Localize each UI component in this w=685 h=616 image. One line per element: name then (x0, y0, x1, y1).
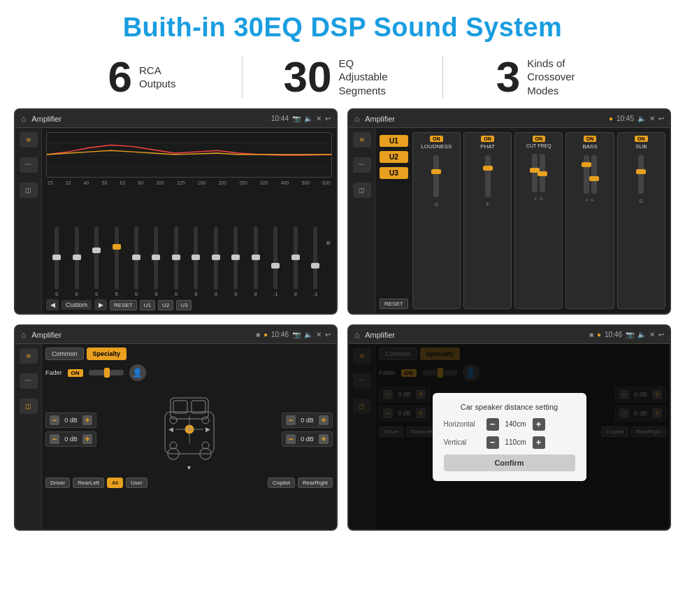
sub-slider1[interactable] (638, 155, 644, 194)
eq-slider-14[interactable]: -1 (306, 227, 324, 296)
fader-back[interactable]: ↩ (325, 331, 331, 338)
fader-tab-specialty[interactable]: Specialty (87, 348, 127, 360)
crossover-wave-icon[interactable]: 〰 (353, 157, 371, 173)
crossover-reset-btn[interactable]: RESET (380, 299, 408, 309)
eq-slider-9[interactable]: 0 (207, 227, 225, 296)
speaker-icon[interactable]: ◫ (20, 182, 38, 198)
db-minus-1[interactable]: − (50, 415, 59, 425)
fader-slider-h[interactable] (89, 370, 124, 375)
db-plus-3[interactable]: + (319, 415, 329, 425)
cutfreq-on: ON (533, 136, 546, 142)
crossover-back[interactable]: ↩ (658, 115, 664, 122)
crossover-modules: ON LOUDNESS G ON PHAT F (412, 132, 665, 309)
u2-button[interactable]: U2 (380, 151, 408, 163)
phat-slider1[interactable] (485, 155, 491, 197)
fader-all-btn[interactable]: All (107, 478, 123, 488)
fader-close[interactable]: ✕ (316, 331, 322, 338)
fader-right-db: − 0 dB + − 0 dB + (282, 384, 333, 475)
eq-icon[interactable]: ≋ (20, 132, 38, 148)
home-icon[interactable]: ⌂ (21, 114, 26, 124)
eq-slider-4[interactable]: 5 (107, 227, 125, 296)
fader-eq-icon[interactable]: ≋ (20, 348, 38, 364)
vertical-label: Vertical (444, 438, 482, 446)
back-icon[interactable]: ↩ (325, 115, 331, 122)
eq-slider-1[interactable]: 0 (48, 227, 66, 296)
db-minus-2[interactable]: − (50, 434, 59, 444)
freq-500: 500 (301, 180, 310, 185)
fader-rearleft-btn[interactable]: RearLeft (73, 478, 104, 488)
eq-content: 25 32 40 50 63 80 100 125 160 200 250 32… (42, 128, 336, 313)
wave-icon[interactable]: 〰 (20, 157, 38, 173)
bass-module: ON BASS F G (565, 132, 614, 309)
fader-tab-common[interactable]: Common (45, 348, 84, 360)
db-value-4: 0 dB (298, 436, 316, 443)
u1-button[interactable]: U1 (380, 135, 408, 147)
freq-25: 25 (48, 180, 53, 185)
crossover-eq-icon[interactable]: ≋ (353, 132, 371, 148)
eq-slider-5[interactable]: 0 (127, 227, 145, 296)
dialog-close[interactable]: ✕ (649, 331, 655, 338)
eq-slider-3[interactable]: 0 (87, 227, 106, 296)
cutfreq-slider2[interactable] (540, 154, 545, 192)
bass-slider1[interactable] (584, 155, 589, 194)
db-plus-2[interactable]: + (82, 434, 92, 444)
confirm-button[interactable]: Confirm (444, 454, 575, 471)
stat-crossover: 3 Kinds ofCrossover Modes (443, 55, 643, 99)
eq-expand-icon[interactable]: » (326, 238, 331, 248)
db-plus-4[interactable]: + (319, 434, 329, 444)
fader-bottom-btns: Driver RearLeft All User Copilot RearRig… (45, 478, 333, 488)
bass-on: ON (584, 136, 597, 142)
fader-driver-btn[interactable]: Driver (45, 478, 70, 488)
eq-slider-11[interactable]: 0 (247, 227, 265, 296)
u3-button[interactable]: U3 (380, 167, 408, 179)
dialog-home-icon[interactable]: ⌂ (354, 330, 359, 340)
eq-slider-6[interactable]: 0 (147, 227, 165, 296)
eq-slider-13[interactable]: 0 (286, 227, 304, 296)
freq-320: 320 (260, 180, 268, 185)
loudness-slider1[interactable] (433, 155, 439, 197)
vertical-plus-btn[interactable]: + (533, 436, 545, 449)
horizontal-minus-btn[interactable]: − (486, 418, 499, 431)
crossover-speaker-icon[interactable]: ◫ (353, 182, 371, 198)
db-plus-1[interactable]: + (82, 415, 92, 425)
fader-profile-icon[interactable]: 👤 (129, 364, 146, 381)
crossover-close[interactable]: ✕ (649, 115, 655, 122)
cutfreq-module: ON CUT FREQ F G (514, 132, 563, 309)
eq-slider-12[interactable]: -1 (266, 227, 284, 296)
eq-slider-7[interactable]: 0 (167, 227, 185, 296)
loudness-title: LOUDNESS (421, 143, 452, 150)
stat-rca: 6 RCAOutputs (42, 55, 242, 99)
eq-screen-body: ≋ 〰 ◫ (15, 128, 336, 313)
eq-slider-10[interactable]: 0 (226, 227, 245, 296)
phat-on: ON (481, 136, 494, 142)
eq-graph (46, 132, 332, 178)
fader-speaker-icon[interactable]: ◫ (20, 399, 38, 414)
db-control-3: − 0 dB + (282, 413, 333, 428)
crossover-body: ≋ 〰 ◫ U1 U2 U3 RESET ON LOUDNESS (349, 128, 670, 313)
eq-slider-2[interactable]: 0 (67, 227, 85, 296)
eq-slider-8[interactable]: 0 (187, 227, 205, 296)
close-icon[interactable]: ✕ (316, 115, 322, 122)
page-title: Buith-in 30EQ DSP Sound System (0, 0, 685, 50)
fader-rearright-btn[interactable]: RearRight (298, 478, 333, 488)
freq-630: 630 (322, 180, 331, 185)
fader-user-btn[interactable]: User (126, 478, 147, 488)
freq-200: 200 (218, 180, 226, 185)
crossover-home-icon[interactable]: ⌂ (354, 114, 359, 124)
vertical-minus-btn[interactable]: − (486, 436, 499, 449)
db-minus-4[interactable]: − (286, 434, 296, 444)
fader-wave-icon[interactable]: 〰 (20, 373, 38, 389)
horizontal-plus-btn[interactable]: + (533, 418, 545, 431)
cutfreq-slider1[interactable] (532, 154, 538, 192)
eq-u2-btn[interactable]: U2 (158, 300, 173, 310)
eq-u3-btn[interactable]: U3 (176, 300, 192, 310)
eq-reset-btn[interactable]: RESET (110, 300, 137, 310)
db-minus-3[interactable]: − (286, 415, 296, 425)
eq-prev-btn[interactable]: ◀ (46, 299, 59, 310)
eq-play-btn[interactable]: ▶ (94, 299, 107, 310)
fader-home-icon[interactable]: ⌂ (21, 330, 26, 340)
eq-u1-btn[interactable]: U1 (140, 300, 155, 310)
bass-slider2[interactable] (591, 155, 597, 194)
fader-copilot-btn[interactable]: Copilot (268, 478, 295, 488)
dialog-back[interactable]: ↩ (658, 331, 664, 338)
